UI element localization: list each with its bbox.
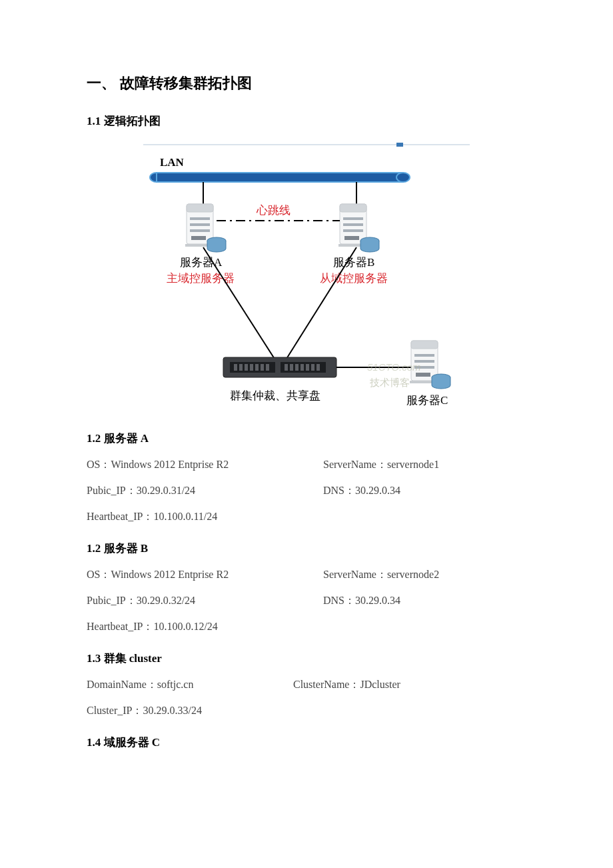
serverA-dns: DNS：30.29.0.34 — [323, 484, 526, 498]
svg-rect-49 — [416, 373, 430, 377]
row: DomainName：softjc.cn ClusterName：JDclust… — [87, 678, 526, 692]
heading-1-2b: 1.2 服务器 B — [87, 541, 526, 556]
svg-rect-10 — [190, 223, 210, 226]
topology-diagram: LAN — [87, 141, 526, 414]
svg-line-25 — [283, 247, 356, 364]
server-c-label: 服务器C — [406, 394, 448, 407]
cluster-ip: Cluster_IP：30.29.0.33/24 — [87, 704, 202, 718]
heading-1-2a: 1.2 服务器 A — [87, 431, 526, 446]
server-b-role: 从域控服务器 — [320, 272, 388, 285]
server-b-label: 服务器B — [333, 256, 374, 269]
serverB-hbip: Heartbeat_IP：10.100.0.12/24 — [87, 620, 218, 634]
serverB-pubip: Pubic_IP：30.29.0.32/24 — [87, 594, 323, 608]
svg-rect-20 — [344, 236, 359, 240]
row: Pubic_IP：30.29.0.31/24 DNS：30.29.0.34 — [87, 484, 526, 498]
svg-rect-46 — [414, 354, 434, 357]
svg-rect-30 — [239, 364, 243, 371]
server-a-icon — [185, 204, 226, 252]
watermark-2: 技术博客 — [369, 377, 410, 388]
svg-rect-40 — [306, 364, 309, 371]
row: Heartbeat_IP：10.100.0.11/24 — [87, 510, 526, 524]
row: Pubic_IP：30.29.0.32/24 DNS：30.29.0.34 — [87, 594, 526, 608]
svg-rect-42 — [316, 364, 320, 371]
heading-1: 一、 故障转移集群拓扑图 — [87, 73, 526, 93]
svg-line-24 — [203, 247, 278, 364]
svg-rect-11 — [190, 229, 210, 232]
serverA-hbip: Heartbeat_IP：10.100.0.11/24 — [87, 510, 217, 524]
topology-svg: LAN — [137, 141, 476, 414]
rack-server-icon — [223, 357, 336, 377]
svg-rect-19 — [343, 229, 363, 232]
svg-rect-12 — [191, 236, 206, 240]
lan-label: LAN — [160, 156, 185, 169]
svg-point-4 — [396, 173, 410, 182]
svg-rect-17 — [343, 217, 363, 220]
svg-rect-32 — [250, 364, 253, 371]
heading-1-3: 1.3 群集 cluster — [87, 651, 526, 666]
heading-1-4: 1.4 域服务器 C — [87, 735, 526, 750]
svg-rect-39 — [301, 364, 304, 371]
server-a-role: 主域控服务器 — [167, 272, 235, 285]
serverA-pubip: Pubic_IP：30.29.0.31/24 — [87, 484, 323, 498]
serverB-dns: DNS：30.29.0.34 — [323, 594, 526, 608]
document-page: 一、 故障转移集群拓扑图 1.1 逻辑拓扑图 LAN — [0, 0, 613, 802]
svg-rect-33 — [255, 364, 259, 371]
svg-rect-34 — [261, 364, 264, 371]
svg-rect-8 — [187, 204, 213, 212]
svg-rect-29 — [234, 364, 237, 371]
svg-rect-31 — [245, 364, 248, 371]
heading-1-1: 1.1 逻辑拓扑图 — [87, 113, 526, 129]
serverA-name: ServerName：servernode1 — [323, 458, 526, 472]
svg-rect-1 — [396, 143, 403, 147]
svg-rect-9 — [190, 217, 210, 220]
svg-rect-45 — [411, 341, 438, 349]
quorum-label: 群集仲裁、共享盘 — [230, 389, 320, 402]
row: Cluster_IP：30.29.0.33/24 — [87, 704, 526, 718]
watermark-1: 51CTO.com — [367, 361, 421, 373]
row: Heartbeat_IP：10.100.0.12/24 — [87, 620, 526, 634]
cluster-name: ClusterName：JDcluster — [293, 678, 400, 692]
server-b-icon — [338, 204, 379, 252]
svg-rect-18 — [343, 223, 363, 226]
svg-rect-36 — [285, 364, 288, 371]
heartbeat-label: 心跳线 — [256, 204, 291, 217]
svg-rect-3 — [157, 173, 403, 182]
svg-rect-38 — [295, 364, 299, 371]
svg-rect-35 — [266, 364, 269, 371]
cluster-domain: DomainName：softjc.cn — [87, 678, 293, 692]
row: OS：Windows 2012 Entprise R2 ServerName：s… — [87, 458, 526, 472]
serverB-name: ServerName：servernode2 — [323, 568, 526, 582]
serverA-os: OS：Windows 2012 Entprise R2 — [87, 458, 323, 472]
svg-rect-41 — [311, 364, 314, 371]
svg-rect-16 — [340, 204, 366, 212]
serverB-os: OS：Windows 2012 Entprise R2 — [87, 568, 323, 582]
svg-rect-37 — [290, 364, 293, 371]
row: OS：Windows 2012 Entprise R2 ServerName：s… — [87, 568, 526, 582]
